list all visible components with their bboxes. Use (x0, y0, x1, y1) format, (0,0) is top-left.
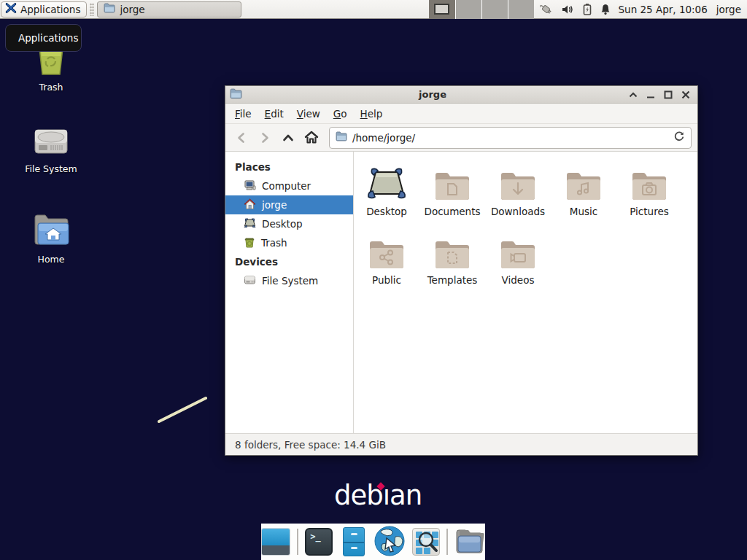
templates-folder-icon (434, 228, 471, 270)
workspace-4[interactable] (508, 0, 534, 19)
close-button[interactable] (678, 88, 693, 102)
public-folder-icon (368, 228, 405, 270)
desktop-special-icon (365, 159, 408, 201)
workspace-1[interactable] (429, 0, 455, 19)
applications-tooltip: Applications (5, 24, 82, 52)
file-item-label: Templates (427, 274, 478, 286)
documents-folder-icon (434, 159, 471, 201)
desktop-icon-label: Home (38, 254, 65, 265)
sidebar: Places Computer (225, 152, 354, 433)
xfce-applications-icon (5, 2, 17, 16)
sidebar-item-label: Trash (261, 237, 287, 249)
file-item-music[interactable]: Music (551, 159, 616, 228)
web-browser-launcher[interactable] (374, 526, 405, 557)
dock-separator (297, 529, 298, 555)
menubar: File Edit View Go Help (225, 104, 697, 123)
folder-launcher[interactable] (454, 526, 485, 557)
pathbar-folder-icon (336, 131, 347, 144)
sidebar-item-computer[interactable]: Computer (225, 176, 353, 195)
sidebar-item-trash[interactable]: Trash (225, 233, 353, 252)
back-button[interactable] (231, 128, 252, 148)
dock-separator (446, 529, 448, 555)
forward-button[interactable] (255, 128, 275, 148)
sidebar-item-jorge[interactable]: jorge (225, 195, 353, 214)
file-item-public[interactable]: Public (354, 228, 419, 296)
file-item-downloads[interactable]: Downloads (485, 159, 551, 228)
app-finder-launcher[interactable] (411, 526, 440, 557)
applications-menu-button[interactable]: Applications (1, 1, 87, 18)
panel-handle[interactable] (90, 3, 94, 16)
file-item-label: Pictures (630, 206, 668, 217)
file-item-videos[interactable]: Videos (485, 228, 551, 296)
sidebar-item-filesystem[interactable]: File System (225, 271, 353, 290)
dock: >_ (261, 524, 485, 560)
up-button[interactable] (278, 128, 298, 148)
debian-logo-text: deb (334, 480, 383, 511)
sidebar-item-desktop[interactable]: Desktop (225, 214, 353, 233)
panel-clock[interactable]: Sun 25 Apr, 10:06 (619, 4, 708, 15)
desktop-icon-label: Trash (39, 82, 63, 93)
sidebar-item-label: Desktop (262, 218, 303, 230)
window-titlebar[interactable]: jorge (225, 86, 697, 104)
computer-icon (244, 179, 256, 193)
sidebar-item-label: File System (262, 275, 318, 287)
file-manager-window: jorge File Edit View Go Help (225, 85, 698, 456)
taskbar-window-label: jorge (120, 4, 144, 15)
shade-button[interactable] (626, 88, 640, 102)
desktop-icon-filesystem[interactable]: File System (11, 124, 91, 174)
location-bar[interactable]: /home/jorge/ (329, 127, 692, 149)
trash-small-icon (244, 236, 255, 250)
taskbar-window-button[interactable]: jorge (97, 1, 241, 18)
file-item-templates[interactable]: Templates (419, 228, 485, 296)
toolbar: /home/jorge/ (225, 123, 697, 152)
debian-logo-text-end: an (390, 480, 422, 511)
menu-help[interactable]: Help (354, 105, 390, 122)
sidebar-item-label: jorge (262, 199, 287, 211)
debian-logo: debıan (334, 480, 422, 511)
workspace-switcher[interactable] (429, 0, 534, 19)
home-button[interactable] (301, 128, 322, 148)
menu-view[interactable]: View (290, 105, 327, 122)
tooltip-text: Applications (18, 32, 78, 44)
workspace-window-preview (434, 4, 449, 15)
menu-go[interactable]: Go (327, 105, 354, 122)
file-manager-launcher[interactable] (340, 526, 368, 557)
home-folder-icon (31, 211, 71, 250)
videos-folder-icon (500, 228, 536, 270)
battery-icon[interactable] (582, 3, 592, 16)
file-item-label: Videos (502, 274, 535, 286)
maximize-button[interactable] (661, 88, 676, 102)
network-icon[interactable] (540, 3, 554, 16)
hard-drive-icon (32, 124, 70, 160)
notifications-bell-icon[interactable] (600, 3, 611, 16)
app-finder-icon (412, 528, 440, 556)
file-item-desktop[interactable]: Desktop (354, 159, 419, 228)
file-item-documents[interactable]: Documents (419, 159, 485, 228)
workspace-3[interactable] (481, 0, 508, 19)
minimize-button[interactable] (643, 88, 658, 102)
menu-file[interactable]: File (228, 105, 258, 122)
file-icon-view[interactable]: Desktop Documents (354, 152, 697, 433)
downloads-folder-icon (500, 159, 536, 201)
show-desktop-launcher[interactable] (261, 526, 290, 557)
panel-user-label[interactable]: jorge (716, 4, 741, 15)
reload-icon[interactable] (673, 131, 685, 144)
workspace-2[interactable] (455, 0, 481, 19)
globe-browser-icon (374, 525, 406, 559)
menu-edit[interactable]: Edit (258, 105, 290, 122)
window-folder-icon (230, 88, 242, 101)
terminal-launcher[interactable]: >_ (305, 526, 333, 557)
statusbar: 8 folders, Free space: 14.4 GiB (225, 433, 697, 455)
desktop-place-icon (244, 217, 256, 230)
desktop-icon-label: File System (25, 163, 77, 174)
desktop-icon-home[interactable]: Home (11, 211, 91, 265)
file-item-label: Desktop (366, 206, 407, 217)
file-cabinet-icon (343, 527, 365, 556)
current-path[interactable]: /home/jorge/ (352, 132, 668, 144)
file-item-label: Documents (425, 206, 481, 217)
volume-icon[interactable] (562, 4, 575, 15)
desktop-stray-line (153, 392, 213, 427)
file-item-label: Music (570, 206, 597, 217)
file-item-pictures[interactable]: Pictures (616, 159, 682, 228)
system-tray (540, 3, 611, 16)
